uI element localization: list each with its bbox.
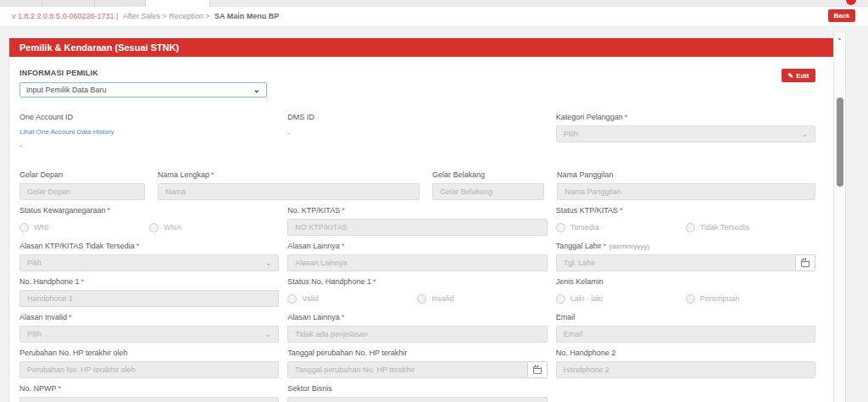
required-marker: * — [620, 206, 623, 215]
chevron-down-icon: ⌄ — [265, 260, 272, 265]
tab-segment[interactable] — [42, 0, 95, 7]
edit-button[interactable]: ✎ Edit — [782, 69, 815, 82]
field-gelar-depan: Gelar Depan — [19, 170, 145, 200]
alasan-invalid-select[interactable]: Pilih ⌄ — [19, 326, 279, 343]
gelar-belakang-input[interactable] — [432, 183, 544, 200]
radio-circle-icon — [417, 294, 426, 304]
no-ktp-input[interactable] — [287, 219, 547, 236]
required-marker: * — [211, 170, 214, 179]
gelar-depan-label: Gelar Depan — [19, 170, 63, 179]
status-kewarganegaraan-label-text: Status Kewarganegaraan — [19, 206, 106, 215]
tanggal-perubahan-hp-input[interactable]: Tanggal perubahan No. HP terakhir — [287, 361, 526, 378]
no-npwp-input[interactable] — [19, 397, 279, 402]
tab-segment[interactable] — [95, 0, 146, 7]
breadcrumb-bar: v 1.8.2 2.0.8.5.0-060226-1731 | After Sa… — [0, 7, 868, 27]
alasan-ktp-select[interactable]: Pilih ⌄ — [19, 254, 279, 271]
field-alasan-lainnya-hp: Alasan Lainnya* — [287, 313, 547, 343]
calendar-icon — [533, 366, 542, 374]
required-marker: * — [81, 277, 85, 286]
field-sektor-bisnis: Sektor Bisnis Pilih ⌄ — [287, 384, 547, 402]
required-marker: * — [604, 242, 607, 250]
field-nama-panggilan: Nama Panggilan — [557, 170, 815, 200]
radio-circle-icon — [149, 223, 159, 232]
no-handphone-2-input[interactable] — [556, 361, 815, 378]
field-perubahan-hp-oleh: Perubahan No. HP terakhir oleh — [19, 349, 279, 378]
tab-segment[interactable] — [0, 0, 42, 7]
radio-laki-laki[interactable]: Laki - laki — [556, 294, 686, 304]
email-input[interactable] — [556, 326, 815, 343]
field-alasan-lainnya-ktp: Alasan Lainnya* — [287, 242, 547, 271]
sektor-bisnis-label: Sektor Bisnis — [287, 384, 332, 393]
field-no-npwp: No. NPWP* — [19, 384, 279, 402]
back-button[interactable]: Back — [828, 9, 855, 22]
field-tanggal-lahir: Tanggal Lahir*(dd/mm/yyyy) Tgl. Lahir — [556, 242, 815, 271]
chevron-down-icon: ⌄ — [801, 131, 808, 137]
no-handphone-2-label: No. Handphone 2 — [556, 349, 616, 357]
tanggal-lahir-input[interactable]: Tgl. Lahir — [556, 254, 795, 271]
radio-tersedia[interactable]: Tersedia — [556, 223, 686, 232]
input-mode-select[interactable]: Input Pemilik Data Baru ⌄ — [19, 82, 267, 98]
field-nama-lengkap: Nama Lengkap* — [158, 170, 420, 200]
status-ktp-label: Status KTP/KITAS — [556, 206, 618, 215]
email-label: Email — [556, 313, 576, 321]
field-gelar-belakang: Gelar Belakang — [432, 170, 544, 200]
breadcrumb-path[interactable]: After Sales > Reception > — [123, 12, 210, 20]
tanggal-perubahan-hp-label: Tanggal perubahan No. HP terakhir — [287, 349, 407, 357]
one-account-history-link[interactable]: Lihat One Account Data History — [19, 128, 279, 136]
sektor-bisnis-select[interactable]: Pilih ⌄ — [287, 397, 547, 402]
kategori-pelanggan-select[interactable]: Pilih ⌄ — [556, 126, 815, 142]
radio-wni[interactable]: WNI — [19, 223, 149, 232]
pencil-icon: ✎ — [788, 72, 794, 80]
gelar-depan-input[interactable] — [19, 183, 145, 200]
section-title-informasi-pemilik: INFORMASI PEMILIK — [19, 69, 815, 77]
one-account-id-label: One Account ID — [19, 113, 73, 121]
tanggal-lahir-label: Tanggal Lahir — [556, 242, 602, 250]
nama-panggilan-label: Nama Panggilan — [557, 170, 614, 179]
kategori-pelanggan-label: Kategori Pelanggan — [556, 113, 623, 121]
notification-dot — [846, 0, 856, 5]
date-format-hint: (dd/mm/yyyy) — [609, 243, 649, 250]
tanggal-perubahan-hp-calendar-button[interactable] — [527, 361, 548, 378]
field-no-ktp: No. KTP/KITAS* — [287, 206, 547, 236]
alasan-lainnya-ktp-input[interactable] — [287, 254, 547, 271]
required-marker: * — [342, 206, 345, 215]
radio-wna[interactable]: WNA — [149, 223, 279, 232]
field-status-no-handphone-1: Status No. Handphone 1* Valid Invalid — [287, 277, 547, 307]
radio-perempuan[interactable]: Perempuan — [686, 294, 815, 304]
alasan-lainnya-hp-input[interactable] — [287, 326, 547, 343]
field-no-handphone-1: No. Handphone 1* — [19, 277, 279, 307]
nama-lengkap-input[interactable] — [158, 183, 420, 200]
radio-tidak-tersedia[interactable]: Tidak Tersedia — [686, 223, 815, 232]
no-ktp-label: No. KTP/KITAS — [287, 206, 340, 215]
no-handphone-1-input[interactable] — [19, 290, 279, 307]
alasan-ktp-label: Alasan KTP/KITAS Tidak Tersedia — [19, 242, 135, 250]
scrollbar-thumb[interactable] — [837, 98, 843, 187]
pemilik-kendaraan-card: Pemilik & Kendaraan (Sesuai STNK) INFORM… — [8, 38, 836, 402]
breadcrumb: v 1.8.2 2.0.8.5.0-060226-1731 | After Sa… — [12, 7, 279, 26]
alasan-invalid-label: Alasan Invalid — [19, 313, 67, 321]
one-account-id-value: - — [19, 142, 279, 150]
radio-circle-icon — [686, 223, 695, 232]
input-mode-value: Input Pemilik Data Baru — [26, 86, 107, 94]
app-version: v 1.8.2 2.0.8.5.0-060226-1731 | — [12, 12, 118, 20]
status-no-handphone-1-label: Status No. Handphone 1 — [287, 277, 371, 286]
tanggal-lahir-calendar-button[interactable] — [795, 254, 815, 271]
radio-invalid[interactable]: Invalid — [417, 294, 547, 304]
vertical-scrollbar[interactable]: ▲ — [833, 32, 846, 402]
field-status-kewarganegaraan: Status Kewarganegaraan* WNI WNA — [19, 206, 279, 236]
radio-valid[interactable]: Valid — [287, 294, 417, 304]
field-alasan-ktp: Alasan KTP/KITAS Tidak Tersedia* Pilih ⌄ — [19, 242, 279, 271]
radio-circle-icon — [287, 294, 297, 304]
chevron-down-icon: ⌄ — [253, 87, 260, 93]
required-marker: * — [373, 277, 376, 286]
perubahan-hp-oleh-label: Perubahan No. HP terakhir oleh — [19, 349, 127, 357]
required-marker: * — [58, 384, 62, 393]
perubahan-hp-oleh-input[interactable] — [19, 361, 279, 378]
nama-panggilan-input[interactable] — [557, 183, 815, 200]
required-marker: * — [342, 242, 345, 250]
alasan-lainnya-ktp-label: Alasan Lainnya — [287, 242, 340, 250]
field-dms-id: DMS ID - — [287, 113, 547, 150]
scroll-up-arrow-icon[interactable]: ▲ — [834, 32, 845, 44]
tab-segment-active[interactable] — [146, 0, 210, 7]
required-marker: * — [136, 242, 140, 250]
